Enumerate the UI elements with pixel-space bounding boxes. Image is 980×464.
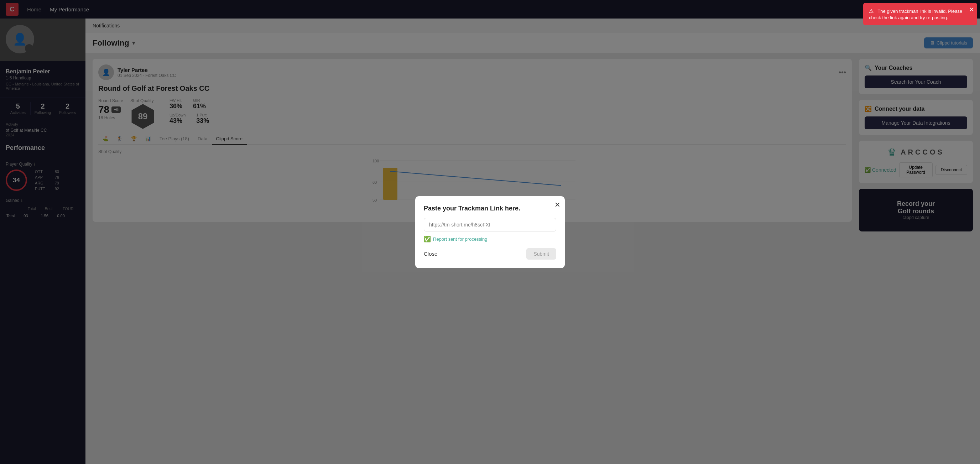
modal-submit-button[interactable]: Submit <box>526 248 556 260</box>
modal-actions: Close Submit <box>424 248 556 260</box>
trackman-link-input[interactable] <box>424 218 556 232</box>
modal-close-button[interactable]: Close <box>424 251 437 257</box>
success-check-icon: ✅ <box>424 236 431 243</box>
modal-title: Paste your Trackman Link here. <box>424 205 556 212</box>
warning-icon: ⚠ <box>869 7 873 14</box>
toast-close-button[interactable]: ✕ <box>969 6 974 14</box>
modal-close-x-button[interactable]: ✕ <box>554 200 560 209</box>
modal-success-message: ✅ Report sent for processing <box>424 236 556 243</box>
modal-overlay: ✕ Paste your Trackman Link here. ✅ Repor… <box>0 0 980 464</box>
toast-message: The given trackman link is invalid. Plea… <box>869 8 962 20</box>
error-toast: ⚠ The given trackman link is invalid. Pl… <box>863 3 977 25</box>
trackman-modal: ✕ Paste your Trackman Link here. ✅ Repor… <box>415 196 565 268</box>
